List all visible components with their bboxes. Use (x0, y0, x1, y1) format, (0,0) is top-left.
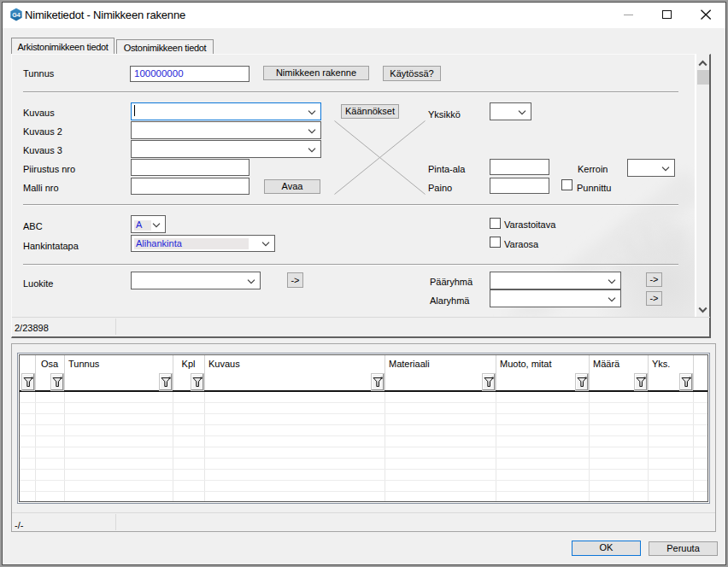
svg-text:G4: G4 (12, 12, 21, 19)
